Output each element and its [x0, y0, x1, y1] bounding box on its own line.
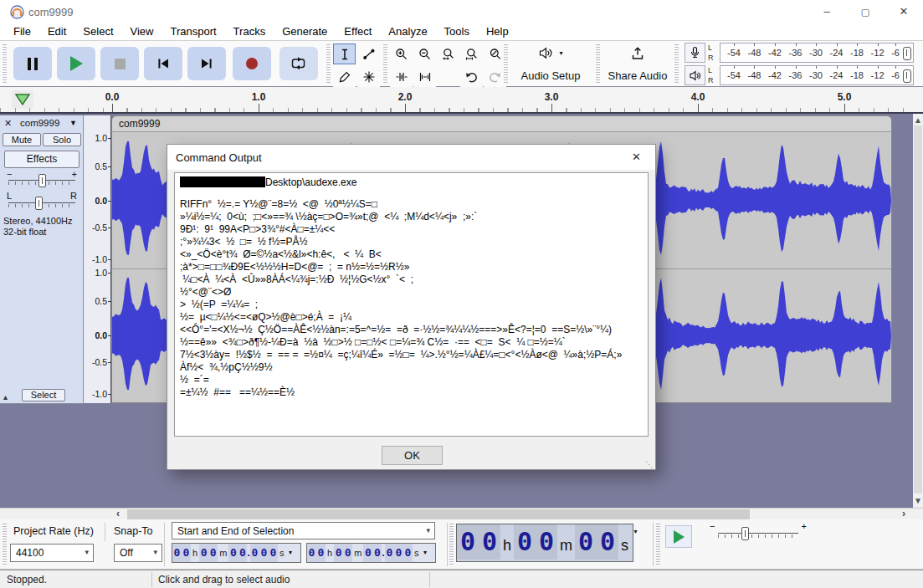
- time-digit[interactable]: 0: [182, 544, 191, 562]
- audio-setup-button[interactable]: ▾ Audio Setup: [512, 46, 589, 82]
- menu-effect[interactable]: Effect: [336, 23, 380, 40]
- time-digit[interactable]: m: [352, 544, 363, 562]
- clip-title[interactable]: com9999: [112, 116, 891, 132]
- fit-project-button[interactable]: [460, 43, 483, 64]
- effects-button[interactable]: Effects: [4, 151, 79, 168]
- menu-transport[interactable]: Transport: [162, 23, 224, 40]
- menu-tracks[interactable]: Tracks: [225, 23, 274, 40]
- dialog-title-bar[interactable]: Command Output ✕: [167, 145, 655, 170]
- scroll-right-arrow[interactable]: ›: [897, 509, 910, 519]
- tools-toolbar-grip[interactable]: [326, 44, 331, 84]
- pan-slider[interactable]: L R: [3, 193, 80, 210]
- menu-tools[interactable]: Tools: [436, 23, 478, 40]
- audio-position-display[interactable]: 00h00m00s▾: [456, 524, 633, 562]
- time-digit[interactable]: s: [413, 544, 421, 562]
- time-digit[interactable]: 0: [479, 524, 500, 560]
- play-at-speed-grip[interactable]: [656, 524, 660, 565]
- redo-button[interactable]: [484, 66, 506, 87]
- share-toolbar-grip[interactable]: [596, 44, 600, 84]
- selection-end-time[interactable]: 00h00m00.000s▾: [306, 543, 436, 563]
- scroll-up-arrow[interactable]: ▲: [913, 115, 923, 125]
- horizontal-scrollbar-thumb[interactable]: [127, 509, 750, 519]
- silence-audio-button[interactable]: [413, 66, 436, 87]
- time-digit[interactable]: h: [326, 544, 334, 562]
- time-digit[interactable]: 0: [385, 544, 394, 562]
- command-output-dialog[interactable]: Command Output ✕ Desktop\audexe.exe RIFF…: [167, 144, 656, 470]
- track-name-menu[interactable]: com9999 ▼: [17, 116, 82, 130]
- time-digit[interactable]: 0: [597, 524, 618, 560]
- time-toolbar-grip[interactable]: [449, 524, 454, 565]
- zoom-out-button[interactable]: [413, 43, 436, 64]
- vertical-scrollbar-thumb[interactable]: [914, 125, 922, 493]
- project-rate-combo[interactable]: 44100▾: [10, 544, 94, 562]
- solo-button[interactable]: Solo: [43, 133, 81, 146]
- time-digit[interactable]: 0: [228, 544, 238, 562]
- record-meter-button[interactable]: [685, 43, 705, 63]
- transport-toolbar-grip[interactable]: [3, 44, 7, 84]
- menu-edit[interactable]: Edit: [39, 23, 74, 40]
- selection-start-time[interactable]: 00h00m00.000s▾: [172, 543, 301, 563]
- playback-meter-scale[interactable]: -54-48-42-36-30-24-18-12-6: [720, 65, 914, 85]
- title-bar[interactable]: com9999 – ▢ ✕: [0, 0, 923, 23]
- maximize-button[interactable]: ▢: [846, 0, 885, 23]
- zoom-in-button[interactable]: [390, 43, 413, 64]
- snap-to-combo[interactable]: Off▾: [114, 544, 162, 562]
- time-digit[interactable]: h: [500, 528, 514, 563]
- skip-to-start-button[interactable]: [144, 47, 182, 80]
- menu-generate[interactable]: Generate: [274, 23, 336, 40]
- loop-button[interactable]: [279, 47, 318, 80]
- recording-meter[interactable]: LR -54-48-42-36-30-24-18-12-6: [676, 43, 917, 64]
- trim-audio-button[interactable]: [390, 66, 413, 87]
- time-digit[interactable]: 0: [343, 544, 352, 562]
- time-digit[interactable]: 0: [199, 544, 208, 562]
- menu-select[interactable]: Select: [74, 23, 121, 40]
- share-audio-button[interactable]: Share Audio: [603, 46, 673, 82]
- time-format-caret[interactable]: ▾: [285, 544, 295, 562]
- time-digit[interactable]: 0: [372, 544, 382, 562]
- menu-analyze[interactable]: Analyze: [380, 23, 435, 40]
- menu-help[interactable]: Help: [478, 23, 517, 40]
- vertical-ruler[interactable]: 1.00.50.0-0.5-1.0 1.00.50.0-0.5-1.0: [84, 115, 111, 403]
- time-digit[interactable]: 0: [172, 544, 182, 562]
- time-digit[interactable]: h: [191, 544, 199, 562]
- time-digit[interactable]: 0: [307, 544, 316, 562]
- draw-tool-button[interactable]: [333, 66, 356, 87]
- record-meter-scale[interactable]: -54-48-42-36-30-24-18-12-6: [720, 43, 914, 63]
- time-digit[interactable]: m: [218, 544, 228, 562]
- time-digit[interactable]: 0: [238, 544, 247, 562]
- undo-button[interactable]: [460, 66, 483, 87]
- speed-slider-thumb[interactable]: [741, 527, 749, 540]
- mute-button[interactable]: Mute: [3, 133, 41, 146]
- edit-toolbar-grip[interactable]: [383, 44, 387, 84]
- selection-mode-combo[interactable]: Start and End of Selection▾: [172, 522, 435, 539]
- dialog-close-button[interactable]: ✕: [618, 145, 655, 170]
- zoom-toggle-button[interactable]: [484, 43, 506, 64]
- pause-button[interactable]: [13, 47, 52, 80]
- zoom-selection-button[interactable]: [437, 43, 459, 64]
- play-at-speed-button[interactable]: [665, 525, 692, 548]
- time-format-caret[interactable]: ▾: [420, 544, 429, 562]
- time-digit[interactable]: 0: [250, 544, 259, 562]
- time-digit[interactable]: 0: [259, 544, 269, 562]
- playback-meter-button[interactable]: [685, 65, 705, 85]
- scroll-down-arrow[interactable]: ▼: [913, 496, 923, 506]
- vertical-scrollbar[interactable]: ▲ ▼: [913, 114, 923, 508]
- time-digit[interactable]: s: [278, 544, 286, 562]
- time-digit[interactable]: 0: [316, 544, 326, 562]
- selection-toolbar-grip[interactable]: [3, 524, 7, 565]
- multi-tool-button[interactable]: [357, 66, 380, 87]
- skip-to-end-button[interactable]: [187, 47, 226, 80]
- loop-region-button[interactable]: [12, 90, 33, 109]
- timeline-ruler[interactable]: 0.01.02.03.04.05.0: [0, 87, 923, 114]
- track-select-button[interactable]: Select: [22, 389, 65, 401]
- time-digit[interactable]: m: [557, 528, 575, 563]
- time-digit[interactable]: 0: [269, 544, 278, 562]
- gain-slider[interactable]: − +: [3, 172, 80, 189]
- play-button[interactable]: [57, 47, 95, 80]
- time-digit[interactable]: 0: [514, 524, 536, 560]
- time-format-caret[interactable]: ▾: [631, 524, 640, 539]
- pan-slider-thumb[interactable]: [35, 197, 43, 210]
- horizontal-scrollbar[interactable]: ‹ ›: [0, 508, 923, 519]
- time-digit[interactable]: 0: [208, 544, 218, 562]
- time-digit[interactable]: 0: [363, 544, 372, 562]
